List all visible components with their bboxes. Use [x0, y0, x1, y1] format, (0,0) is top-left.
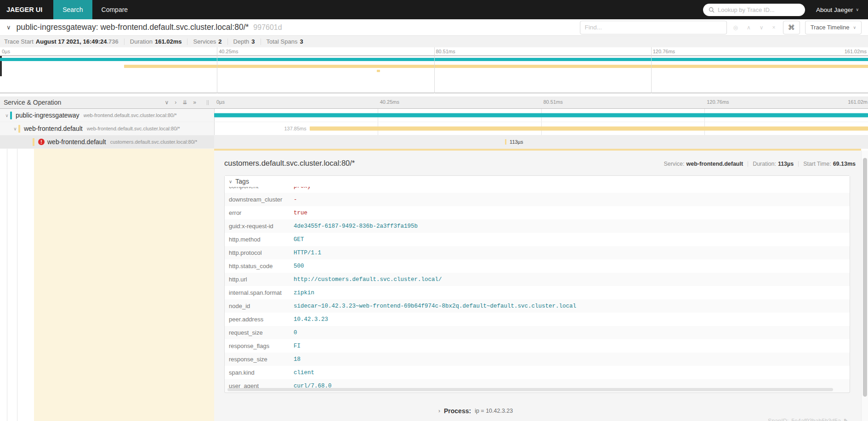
trace-id-lookup-input[interactable] [718, 6, 800, 13]
services-value: 2 [218, 38, 221, 45]
trace-id-lookup[interactable] [703, 4, 805, 16]
expand-one-icon[interactable]: › [175, 99, 176, 106]
trace-view-select[interactable]: Trace Timeline ∨ [805, 21, 862, 34]
span-name-cell[interactable]: ! web-frontend.default customers.default… [0, 135, 214, 148]
expand-all-icon[interactable]: ⇊ [182, 99, 187, 106]
process-accordion-header[interactable]: › Process: ip = 10.42.3.23 [438, 407, 513, 415]
chevron-down-icon[interactable]: ∨ [4, 113, 10, 118]
tags-title: Tags [235, 178, 249, 185]
chevron-down-icon[interactable]: ∨ [12, 126, 18, 131]
next-match-icon[interactable]: ∨ [760, 24, 764, 31]
tags-table-body: componentproxydownstream_cluster-errortr… [225, 187, 850, 393]
span-duration-bar[interactable] [310, 127, 868, 131]
about-jaeger-menu[interactable]: About Jaeger ∨ [816, 6, 859, 13]
trace-title: public-ingressgateway: web-frontend.defa… [17, 22, 249, 32]
find-box[interactable] [580, 21, 727, 34]
tag-value: FI [294, 343, 301, 349]
tag-key: component [225, 187, 294, 190]
service-color-accent [10, 112, 12, 119]
collapse-all-icon[interactable]: » [193, 99, 196, 106]
span-bar-canvas[interactable]: 137.85ms [214, 122, 868, 135]
search-icon [709, 7, 715, 13]
minimap-tick-label: 0µs [2, 49, 10, 54]
tag-row-component: componentproxy [225, 187, 850, 193]
tag-row-span.kind: span.kindclient [225, 366, 850, 379]
tags-horizontal-scrollbar[interactable] [227, 388, 833, 391]
total-spans-label: Total Spans [267, 38, 298, 45]
command-icon: ⌘ [788, 23, 795, 32]
span-row-web-frontend-customers[interactable]: ! web-frontend.default customers.default… [0, 135, 868, 149]
span-tree-gutter [0, 149, 214, 421]
scrollbar-thumb[interactable] [863, 158, 867, 397]
tag-row-internal.span.format: internal.span.formatzipkin [225, 286, 850, 299]
service-name: public-ingressgateway [16, 112, 79, 119]
tags-accordion: ∨ Tags componentproxydownstream_cluster-… [224, 175, 850, 393]
tag-key: http.protocol [225, 249, 294, 256]
timeline-tick-label: 0µs [216, 99, 225, 105]
chevron-down-icon: ∨ [229, 179, 232, 184]
divider [227, 39, 228, 45]
divider [798, 161, 799, 167]
span-name-cell[interactable]: ∨ web-frontend.default web-frontend.defa… [0, 122, 214, 135]
tab-search[interactable]: Search [53, 0, 92, 19]
focus-match-icon[interactable]: ◎ [733, 24, 738, 31]
service-operation-header: Service & Operation ∨ › ⇊ » [0, 96, 214, 108]
tag-value: 4de3455f-6187-9492-836b-2a3ff3fa195b [294, 223, 418, 230]
find-controls: ◎ ∧ ∨ × [727, 24, 783, 31]
duration-value: 113µs [778, 161, 794, 167]
find-input[interactable] [585, 24, 722, 31]
tags-accordion-header[interactable]: ∨ Tags [225, 176, 850, 187]
tag-value: 500 [294, 263, 304, 269]
span-bar-canvas[interactable]: 113µs [214, 135, 868, 148]
service-name: web-frontend.default [47, 138, 106, 146]
detail-scrollbar[interactable] [861, 151, 868, 421]
tag-key: http.status_code [225, 263, 294, 269]
app-logo[interactable]: JAEGER UI [0, 0, 53, 19]
minimap-tick-label: 40.25ms [219, 49, 238, 54]
span-bar-canvas[interactable] [214, 109, 868, 122]
tag-row-peer.address: peer.address10.42.3.23 [225, 313, 850, 326]
trace-view-label: Trace Timeline [811, 24, 850, 31]
tag-key: error [225, 209, 294, 216]
keyboard-shortcuts-button[interactable]: ⌘ [783, 21, 800, 34]
span-duration-bar[interactable] [505, 139, 506, 145]
tag-value: zipkin [294, 290, 314, 296]
span-row-public-ingressgateway[interactable]: ∨ public-ingressgateway web-frontend.def… [0, 109, 868, 122]
tag-value: 10.42.3.23 [294, 316, 328, 323]
tag-row-http.method: http.methodGET [225, 233, 850, 246]
collapse-one-icon[interactable]: ∨ [165, 99, 169, 106]
timeline-tick-label: 120.76ms [707, 99, 729, 105]
error-icon: ! [38, 139, 45, 145]
tag-row-guid:x-request-id: guid:x-request-id4de3455f-6187-9492-836b… [225, 219, 850, 233]
tag-value: 0 [294, 330, 297, 336]
span-table-header: Service & Operation ∨ › ⇊ » 0µs40.25ms80… [0, 96, 868, 109]
span-id: SpanID: 5e4af93bab5b3d5a ✎ [768, 418, 848, 421]
trace-id: 997601d [253, 23, 282, 32]
clear-find-icon[interactable]: × [772, 24, 776, 31]
column-resizer-handle[interactable] [207, 100, 209, 105]
timeline-tick-label: 40.25ms [380, 99, 399, 105]
process-label: Process: [444, 407, 471, 415]
copy-span-id-icon[interactable]: ✎ [844, 418, 848, 421]
collapse-trace-chevron-icon[interactable]: ∨ [6, 24, 11, 31]
tag-key: peer.address [225, 316, 294, 323]
timeline-tick-label: 80.51ms [544, 99, 563, 105]
trace-minimap[interactable]: 0µs40.25ms80.51ms120.76ms161.02ms [0, 47, 868, 93]
divider [261, 39, 261, 45]
span-duration-bar[interactable] [214, 113, 868, 118]
duration-label: Duration: [753, 161, 776, 167]
start-time-label: Start Time: [803, 161, 831, 167]
prev-match-icon[interactable]: ∧ [747, 24, 751, 31]
tag-key: http.method [225, 236, 294, 243]
top-nav: JAEGER UI Search Compare About Jaeger ∨ [0, 0, 868, 19]
trace-header-controls: ◎ ∧ ∨ × ⌘ Trace Timeline ∨ [580, 21, 862, 34]
tag-row-node_id: node_idsidecar~10.42.3.23~web-frontend-6… [225, 299, 850, 313]
span-duration-label: 113µs [510, 139, 523, 145]
tag-key: http.url [225, 276, 294, 283]
tab-compare[interactable]: Compare [92, 0, 137, 19]
span-row-web-frontend[interactable]: ∨ web-frontend.default web-frontend.defa… [0, 122, 868, 135]
tag-value: http://customers.default.svc.cluster.loc… [294, 276, 442, 283]
tag-key: request_size [225, 329, 294, 336]
span-name-cell[interactable]: ∨ public-ingressgateway web-frontend.def… [0, 109, 214, 122]
divider [187, 39, 187, 45]
